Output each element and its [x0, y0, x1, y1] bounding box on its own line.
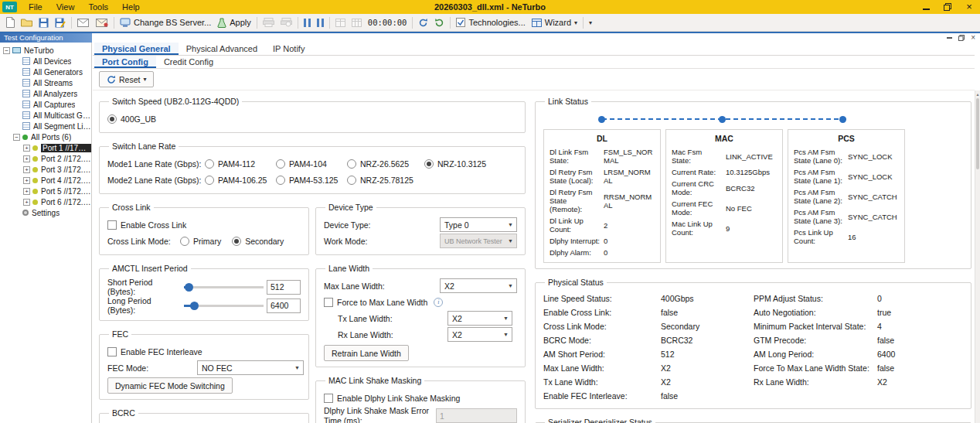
long-period-slider[interactable]: [184, 298, 264, 313]
apply-button[interactable]: Apply: [214, 15, 254, 30]
tab-port-config[interactable]: Port Config: [94, 56, 156, 68]
close-button[interactable]: ×: [958, 0, 980, 14]
enable-dlphy-link-shake-masking-checkbox[interactable]: Enable Dlphy Link Shake Masking: [324, 394, 460, 403]
sidebar-item-port-5-172-16[interactable]: +Port 5 //172.16...: [0, 186, 91, 196]
status-label: Pcs AM Fsm State (Lane 0):: [794, 148, 848, 165]
sidebar-item-port-3-172-16[interactable]: +Port 3 //172.16...: [0, 164, 91, 175]
link-status-panel-dl: DLDl Link Fsm State:FSM_LS_NORMALDl Retr…: [543, 129, 661, 263]
change-bs-server-button[interactable]: Change BS Server...: [117, 15, 214, 30]
retrain-lane-width-button[interactable]: Retrain Lane Width: [324, 345, 409, 361]
menu-help[interactable]: Help: [115, 0, 147, 14]
menu-view[interactable]: View: [49, 0, 82, 14]
collapse-icon[interactable]: −: [3, 47, 10, 54]
restore-button[interactable]: [937, 0, 958, 14]
radio-pam4-106-25[interactable]: PAM4-106.25: [205, 176, 273, 185]
sidebar-item-all-segment-lists[interactable]: All Segment Lists: [0, 121, 91, 131]
expand-icon[interactable]: +: [23, 177, 30, 184]
sidebar-item-all-streams[interactable]: All Streams: [0, 77, 91, 88]
radio-nrz-26-5625[interactable]: NRZ-26.5625: [347, 159, 421, 169]
tab-ip-notify[interactable]: IP Notify: [265, 43, 312, 55]
mail-out-button[interactable]: [74, 15, 93, 30]
pause-all-button[interactable]: [301, 15, 314, 30]
tab-physical-advanced[interactable]: Physical Advanced: [179, 43, 265, 55]
group-title: Cross Link: [109, 203, 154, 212]
radio-400g-ub[interactable]: 400G_UB: [107, 114, 156, 124]
tab-credit-config[interactable]: Credit Config: [156, 56, 221, 68]
link-node-dot-dl: [598, 116, 605, 123]
open-file-button[interactable]: [18, 15, 36, 30]
scroll-up-arrow[interactable]: ▲: [975, 90, 980, 97]
sidebar-item-all-generators[interactable]: All Generators: [0, 67, 91, 77]
expand-icon[interactable]: +: [23, 166, 30, 173]
menu-file[interactable]: File: [22, 0, 49, 14]
wizard-button[interactable]: Wizard ▾: [529, 15, 580, 30]
max-lane-width-select[interactable]: X2 ▼: [440, 278, 517, 293]
sidebar-item-port-6-172-16[interactable]: +Port 6 //172.16...: [0, 196, 91, 207]
technologies-button[interactable]: Technologies...: [453, 15, 528, 30]
pause-selected-button[interactable]: [314, 15, 327, 30]
child-restore-button[interactable]: [958, 33, 965, 43]
radio-primary[interactable]: Primary: [180, 237, 221, 246]
work-mode-label: Work Mode:: [324, 237, 367, 246]
expand-icon[interactable]: +: [23, 145, 30, 152]
sidebar-item-all-devices[interactable]: All Devices: [0, 56, 91, 67]
sidebar-item-settings[interactable]: Settings: [0, 207, 91, 218]
restart-button[interactable]: [415, 15, 431, 30]
fec-mode-select[interactable]: NO FEC ▼: [197, 360, 304, 375]
menu-tools[interactable]: Tools: [81, 0, 115, 14]
sidebar-item-all-analyzers[interactable]: All Analyzers: [0, 88, 91, 99]
minimize-button[interactable]: [915, 0, 937, 14]
tx-lane-width-select[interactable]: X2 ▼: [447, 311, 512, 326]
save-button[interactable]: [36, 15, 52, 30]
radio-nrz-25-78125[interactable]: NRZ-25.78125: [347, 176, 421, 185]
radio-nrz-10-3125[interactable]: NRZ-10.3125: [424, 159, 486, 169]
expand-icon[interactable]: +: [23, 155, 30, 162]
radio-icon: [205, 176, 214, 185]
status-value: 10.3125Gbps: [726, 168, 777, 176]
save-as-button[interactable]: [52, 15, 69, 30]
tab-physical-general[interactable]: Physical General: [94, 43, 179, 55]
expand-icon[interactable]: +: [23, 199, 30, 206]
enable-cross-link-checkbox[interactable]: Enable Cross Link: [107, 220, 186, 230]
short-period-input[interactable]: [267, 280, 301, 295]
child-minimize-button[interactable]: [947, 37, 952, 39]
sidebar-item-neturbo[interactable]: −NeTurbo: [0, 45, 91, 56]
slider-knob[interactable]: [185, 283, 193, 292]
group-title: FEC: [109, 329, 131, 339]
device-type-select[interactable]: Type 0 ▼: [440, 217, 517, 232]
new-file-button[interactable]: [3, 15, 18, 30]
app-window: NT File View Tools Help 20260303_dll.xml…: [0, 0, 980, 423]
short-period-slider[interactable]: [184, 280, 264, 295]
slider-knob[interactable]: [190, 302, 199, 310]
sidebar-item-port-2-172-16[interactable]: +Port 2 //172.16...: [0, 153, 91, 164]
reset-button[interactable]: Reset ▾: [99, 71, 154, 87]
fec-group: FEC Enable FEC Interleave FEC Mode:: [99, 329, 309, 400]
sidebar-item-port-1-172-16[interactable]: +Port 1 //172.16: [0, 142, 91, 153]
collapse-icon[interactable]: −: [13, 134, 20, 141]
sidebar-item-all-captures[interactable]: All Captures: [0, 99, 91, 110]
child-close-button[interactable]: ×: [971, 33, 975, 43]
vertical-scrollbar[interactable]: ▲: [975, 90, 980, 423]
scroll-thumb[interactable]: [976, 98, 979, 169]
toolbar-overflow-button[interactable]: ▾: [586, 15, 595, 30]
dot-green-icon: [22, 135, 28, 140]
radio-icon: [180, 237, 189, 246]
checkbox-icon: [107, 347, 117, 356]
sidebar-item-port-4-172-16[interactable]: +Port 4 //172.16...: [0, 175, 91, 186]
radio-pam4-112[interactable]: PAM4-112: [205, 159, 273, 169]
force-max-lane-width-checkbox[interactable]: Force to Max Lane Width: [324, 298, 427, 307]
refresh-button[interactable]: [431, 15, 447, 30]
radio-pam4-53-125[interactable]: PAM4-53.125: [276, 176, 344, 185]
mail-in-button[interactable]: [93, 15, 111, 30]
radio-secondary[interactable]: Secondary: [232, 237, 284, 246]
long-period-input[interactable]: [267, 298, 301, 313]
status-value: RRSM_NORMAL: [604, 193, 655, 210]
radio-pam4-104[interactable]: PAM4-104: [276, 159, 344, 169]
expand-icon[interactable]: +: [23, 188, 30, 195]
sidebar-item-all-ports-6[interactable]: −All Ports (6): [0, 131, 91, 142]
enable-fec-interleave-checkbox[interactable]: Enable FEC Interleave: [107, 347, 202, 356]
sidebar-item-all-multicast-grou[interactable]: All Multicast Grou...: [0, 110, 91, 121]
info-icon[interactable]: i: [434, 298, 443, 307]
rx-lane-width-select[interactable]: X2 ▼: [447, 327, 512, 342]
dynamic-fec-mode-switching-button[interactable]: Dynamic FEC Mode Switching: [107, 377, 233, 394]
